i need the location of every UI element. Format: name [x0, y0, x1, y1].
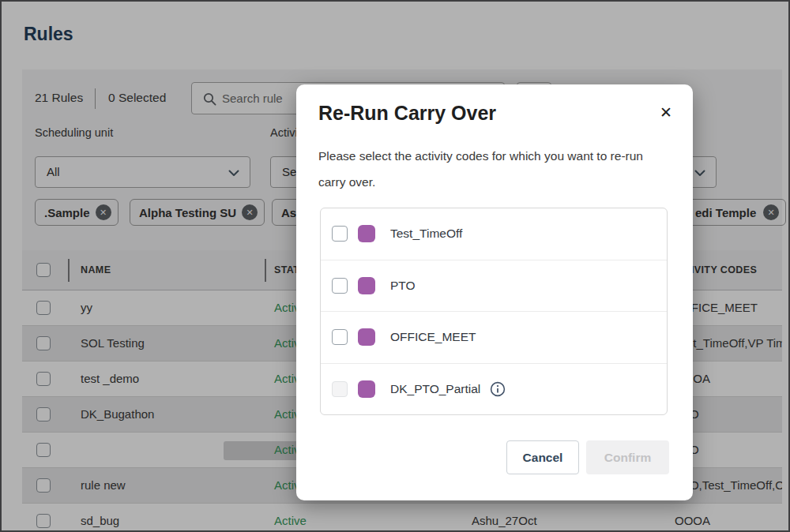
- item-label: PTO: [390, 279, 416, 293]
- list-item-dk-pto-partial: DK_PTO_Partial: [321, 364, 667, 415]
- item-label: OFFICE_MEET: [390, 330, 476, 344]
- item-checkbox[interactable]: [332, 329, 348, 345]
- item-label: Test_TimeOff: [390, 227, 462, 241]
- activity-color-swatch: [358, 328, 375, 346]
- item-checkbox-disabled: [332, 381, 348, 397]
- list-item-pto[interactable]: PTO: [321, 260, 667, 313]
- activity-code-list: Test_TimeOff PTO OFFICE_MEET DK_PTO_Part…: [320, 208, 668, 415]
- list-item-office-meet[interactable]: OFFICE_MEET: [321, 312, 667, 364]
- item-checkbox[interactable]: [332, 278, 348, 294]
- confirm-button[interactable]: Confirm: [586, 440, 669, 474]
- cancel-button[interactable]: Cancel: [506, 440, 579, 474]
- info-icon[interactable]: [490, 381, 506, 397]
- dialog-description: Please select the activity codes for whi…: [318, 143, 673, 195]
- activity-color-swatch: [358, 277, 375, 294]
- activity-color-swatch: [358, 380, 375, 398]
- app-window: Rules 21 Rules 0 Selected Scheduling uni…: [0, 0, 790, 532]
- dialog-title: Re-Run Carry Over: [318, 102, 496, 125]
- close-icon[interactable]: ✕: [660, 105, 672, 120]
- item-label: DK_PTO_Partial: [390, 382, 480, 396]
- activity-color-swatch: [358, 225, 375, 242]
- rerun-carry-over-dialog: Re-Run Carry Over ✕ Please select the ac…: [296, 84, 693, 500]
- item-checkbox[interactable]: [332, 226, 348, 242]
- list-item-test-timeoff[interactable]: Test_TimeOff: [321, 208, 667, 260]
